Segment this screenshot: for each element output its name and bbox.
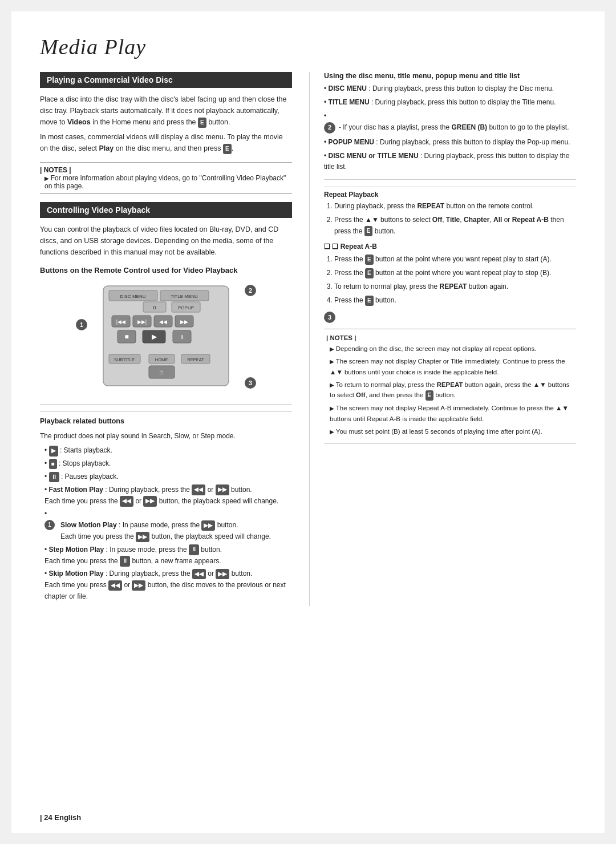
enter-btn-repeat: E bbox=[364, 226, 373, 236]
right-column: Using the disc menu, title menu, popup m… bbox=[309, 72, 576, 606]
enter-btn-ab2: E bbox=[365, 268, 374, 278]
right-note-2: The screen may not display Chapter or Ti… bbox=[330, 356, 574, 377]
disc-menu-section: Using the disc menu, title menu, popup m… bbox=[324, 72, 576, 172]
right-notes-list: Depending on the disc, the screen may no… bbox=[326, 344, 574, 437]
badge-right-2: 2 bbox=[324, 122, 335, 134]
section1-header: Playing a Commercial Video Disc bbox=[40, 72, 292, 88]
enter-btn-ab1: E bbox=[365, 255, 374, 265]
badge3-row: 3 bbox=[324, 312, 576, 323]
ff-icon-slow2 bbox=[136, 532, 149, 543]
left-column: Playing a Commercial Video Disc Place a … bbox=[40, 72, 292, 606]
ff-icon-skip bbox=[216, 569, 229, 580]
playback-item-slow: 1 Slow Motion Play : In pause mode, pres… bbox=[44, 508, 292, 542]
repeat-ab-step3: To return to normal play, press the REPE… bbox=[334, 281, 576, 292]
svg-text:POPUP: POPUP bbox=[178, 305, 194, 310]
svg-text:■: ■ bbox=[124, 333, 128, 341]
badge-3: 3 bbox=[245, 377, 256, 389]
pause-icon-step2 bbox=[120, 556, 130, 567]
disc-menu-item4: POPUP MENU : During playback, press this… bbox=[324, 137, 576, 148]
page-footer: | 24 English bbox=[40, 813, 81, 822]
svg-text:|◀◀: |◀◀ bbox=[116, 319, 125, 325]
playback-item-fast: Fast Motion Play : During playback, pres… bbox=[44, 484, 292, 507]
disc-menu-item2: TITLE MENU : During playback, press this… bbox=[324, 97, 576, 108]
svg-text:REPEAT: REPEAT bbox=[187, 357, 204, 362]
section1-para2: In most cases, commercial videos will di… bbox=[40, 131, 292, 154]
pause-icon-step bbox=[189, 544, 199, 555]
right-note-5: You must set point (B) at least 5 second… bbox=[330, 426, 574, 437]
right-notes: | NOTES | Depending on the disc, the scr… bbox=[324, 329, 576, 443]
section1-notes-list: For more information about playing video… bbox=[40, 174, 292, 190]
svg-text:▶▶: ▶▶ bbox=[180, 319, 188, 325]
ff-icon-slow bbox=[201, 520, 215, 531]
rew-icon-fast bbox=[192, 484, 205, 495]
ff-icon-skip2 bbox=[132, 580, 145, 591]
stop-icon bbox=[49, 459, 57, 470]
svg-text:⌂: ⌂ bbox=[159, 368, 163, 376]
play-icon bbox=[49, 446, 58, 457]
enter-btn-ab4: E bbox=[365, 296, 374, 306]
repeat-ab-step4: Press the E button. bbox=[334, 295, 576, 306]
badge-right-3: 3 bbox=[324, 312, 335, 323]
svg-text:◀◀: ◀◀ bbox=[159, 319, 167, 325]
right-note-4: The screen may not display Repeat A-B im… bbox=[330, 403, 574, 424]
divider1 bbox=[40, 404, 292, 405]
disc-menu-title-text: Using the disc menu, title menu, popup m… bbox=[324, 72, 520, 80]
remote-section-title: Buttons on the Remote Control used for V… bbox=[40, 266, 292, 274]
enter-button-icon: E bbox=[223, 144, 232, 154]
page-title: Media Play bbox=[40, 34, 576, 59]
playback-item-skip: Skip Motion Play : During playback, pres… bbox=[44, 568, 292, 602]
disc-menu-item5: DISC MENU or TITLE MENU : During playbac… bbox=[324, 151, 576, 172]
disc-menu-item3-text: - If your disc has a playlist, press the… bbox=[339, 122, 569, 133]
remote-svg-wrapper: 1 2 3 DISC MENU TITLE MENU 0 bbox=[86, 280, 246, 394]
disc-menu-item1: DISC MENU : During playback, press this … bbox=[324, 83, 576, 94]
section1-notes: | NOTES | For more information about pla… bbox=[40, 162, 292, 194]
repeat-header: Repeat Playback bbox=[324, 187, 576, 199]
repeat-ab-label: ❑ Repeat A-B bbox=[324, 243, 576, 251]
svg-text:0: 0 bbox=[153, 305, 156, 310]
enter-btn-note: E bbox=[425, 390, 434, 401]
pause-icon bbox=[49, 472, 59, 483]
rew-icon-fast2 bbox=[120, 496, 133, 507]
section2-header: Controlling Video Playback bbox=[40, 202, 292, 218]
svg-text:▶▶|: ▶▶| bbox=[137, 319, 147, 325]
disc-menu-title: Using the disc menu, title menu, popup m… bbox=[324, 72, 576, 80]
playback-item-play: : Starts playback. bbox=[44, 445, 292, 457]
svg-text:SUBTITLE: SUBTITLE bbox=[114, 357, 135, 362]
badge-inline-1: 1 bbox=[44, 520, 55, 530]
ff-icon-fast2 bbox=[143, 496, 157, 507]
repeat-steps: During playback, press the REPEAT button… bbox=[324, 201, 576, 237]
svg-text:TITLE MENU: TITLE MENU bbox=[171, 294, 198, 299]
rew-icon-skip2 bbox=[108, 580, 122, 591]
page-container: Media Play Playing a Commercial Video Di… bbox=[11, 11, 605, 833]
repeat-step2: Press the ▲▼ buttons to select Off, Titl… bbox=[334, 215, 576, 236]
repeat-section: Repeat Playback During playback, press t… bbox=[324, 187, 576, 306]
section1-para1: Place a disc into the disc tray with the… bbox=[40, 94, 292, 128]
remote-svg: DISC MENU TITLE MENU 0 POPUP |◀◀ bbox=[92, 280, 240, 394]
badge-1: 1 bbox=[76, 319, 87, 330]
disc-menu-item3: 2 - If your disc has a playlist, press t… bbox=[324, 111, 576, 133]
svg-text:▶: ▶ bbox=[152, 333, 157, 341]
playback-list: : Starts playback. : Stops playback. : P… bbox=[40, 445, 292, 602]
right-note-1: Depending on the disc, the screen may no… bbox=[330, 344, 574, 354]
transport-row2: ■ ▶ ⏸ bbox=[117, 330, 191, 343]
section2-body: You can control the playback of video fi… bbox=[40, 224, 292, 258]
repeat-step1: During playback, press the REPEAT button… bbox=[334, 201, 576, 212]
rew-icon-skip bbox=[192, 569, 206, 580]
divider-right1 bbox=[324, 179, 576, 180]
remote-title-text: Buttons on the Remote Control used for V… bbox=[40, 266, 237, 274]
ff-icon-fast bbox=[216, 484, 229, 495]
svg-text:DISC MENU: DISC MENU bbox=[120, 294, 146, 299]
section1-note-1: For more information about playing video… bbox=[44, 174, 292, 190]
playback-item-pause: : Pauses playback. bbox=[44, 471, 292, 483]
right-notes-title: | NOTES | bbox=[326, 333, 574, 343]
home-button-icon: E bbox=[198, 118, 206, 128]
section1-body: Place a disc into the disc tray with the… bbox=[40, 94, 292, 154]
repeat-ab-steps: Press the E button at the point where yo… bbox=[324, 254, 576, 306]
svg-text:HOME: HOME bbox=[155, 357, 168, 362]
playback-title: Playback related buttons bbox=[40, 411, 292, 427]
two-column-layout: Playing a Commercial Video Disc Place a … bbox=[40, 72, 576, 606]
svg-text:⏸: ⏸ bbox=[179, 334, 185, 340]
disc-menu-list: DISC MENU : During playback, press this … bbox=[324, 83, 576, 172]
badge-2: 2 bbox=[245, 285, 256, 296]
slow-motion-text: Slow Motion Play : In pause mode, press … bbox=[60, 520, 271, 543]
